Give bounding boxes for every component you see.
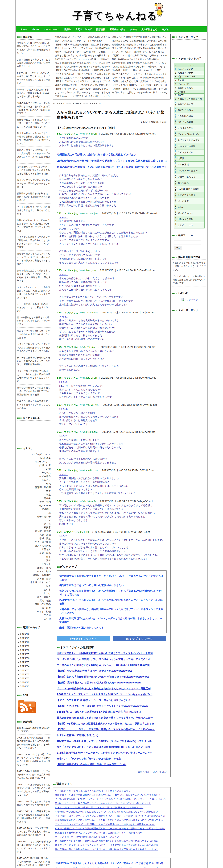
- blogroll-link[interactable]: ようつべで「転スラ」読んでるけど、くっそつまらんな...: [55, 91, 110, 94]
- category-link[interactable]: 非常識・モヤ・イラ: [17, 581, 51, 584]
- updated-article-link[interactable]: 2025-08-31:妻が日曜の夜から「右の腰が痛い、立てないほど腰が痛い」と言…: [17, 855, 51, 868]
- ranking-site-link[interactable]: ほんわか2ちゃんねる: [177, 131, 204, 137]
- archive-link[interactable]: 2025/02: [18, 672, 51, 676]
- bottom-article-link[interactable]: 昔親戚の勧めでお見合いしたんだけど当時私26、そいつ30代前半くらいでまあまあ収…: [55, 861, 168, 865]
- recent-article-link[interactable]: 大人しくただのリスナーであれば良かったのに、人柄に惹かれてフォローした配信者にシ…: [17, 284, 51, 301]
- recent-article-link[interactable]: 旦那がエアコンダメじゃダメじゃうるせー。電気代かかるからじゃねーよ: [17, 177, 51, 190]
- recommended-link[interactable]: 【グノーシア】第11話 感想 パッケージヒロインは伊達じゃない！: [57, 699, 166, 702]
- nav-item[interactable]: 用語集: [62, 27, 73, 32]
- category-link[interactable]: 感動・ほのぼの: [17, 602, 51, 606]
- blogroll-link[interactable]: 【画像】『3Dアイス』なる謎アイス、突如として若い女性の間: [55, 80, 110, 83]
- related-entry-link[interactable]: 今まで、歯医者というものと何故か相性が悪く何しに来たのと言われる、説教をされる、…: [55, 827, 168, 831]
- ranking-site-link[interactable]: 鬼嫁ちゃんねる: [177, 86, 204, 90]
- recommended-link[interactable]: aespa「紅白」出場への抗議署名が14万突破 麻生氏が苦言「NHKに言えよ」: [57, 710, 166, 714]
- blogroll-link[interactable]: 核保有発言にサンモニ出演者が激しい不快感を表明、他の出演: [112, 39, 167, 42]
- ranking-site-link[interactable]: ロミオメールまとめ: [177, 168, 204, 174]
- category-link[interactable]: セコケチ: [17, 562, 51, 566]
- category-link[interactable]: 父子・母子家庭: [17, 540, 51, 544]
- pickup-link[interactable]: 義兄嫁が村八分にあっていると嘆いた電話がさっききたわ: [59, 584, 164, 587]
- pickup-link[interactable]: 最近、旦那が色々小遣い稼ぎしてきてる: [59, 626, 164, 629]
- category-link[interactable]: 仕事: [17, 555, 51, 559]
- category-link[interactable]: 修羅場・衝撃体験: [17, 573, 51, 577]
- category-link[interactable]: 友人・人間関係: [17, 544, 51, 548]
- category-link[interactable]: 名前: [17, 467, 51, 471]
- category-link[interactable]: 妻・母: [17, 522, 51, 526]
- blogroll-link[interactable]: 【画像】昭和63年に描かれた漫画、現在の日本を予言していた: [55, 43, 110, 46]
- category-link[interactable]: 親: [17, 511, 51, 515]
- blogroll-link[interactable]: 韓国人「狂った日本のガソリン価格の近況をご覧ください・: [112, 46, 167, 50]
- updated-article-link[interactable]: 2025-10-25:弟嫁が訪ねてきてお金を貸してほしいと言われた。スマホ代がど…: [17, 781, 51, 798]
- blogroll-link[interactable]: 義兄の結婚式。時間を考慮して早めに出発したら、なぜか義兄: [112, 61, 167, 65]
- blogroll-link[interactable]: 韓国人「なぜ日本はアジアで圧倒的に大企業が多いのか？20: [112, 35, 167, 39]
- ranking-site-link[interactable]: ショボンあんてな: [177, 174, 204, 180]
- category-link[interactable]: 義兄嫁・義弟嫁: [17, 529, 51, 533]
- nav-item[interactable]: ホーム: [18, 27, 30, 32]
- related-entry-link[interactable]: 引っ越しのときって引っ越し業者さんにお茶（ペットボトルとか）出す？: [55, 789, 168, 793]
- related-entry-link[interactable]: 話している時、話し相手の地雷を踏み抜いてしまうことが多い: [55, 835, 168, 839]
- archive-link[interactable]: 2025/01: [18, 676, 51, 680]
- related-entry-link[interactable]: 子ども医療電話相談（#8000）ってかけたことってある？どうせ「病院行ってくださ…: [55, 797, 168, 801]
- recent-article-link[interactable]: iPhoneじゃなきゃ嫌だという中高生の子に無理矢理Androidを与える親って…: [17, 87, 51, 100]
- recommended-link[interactable]: 【画像】このJDグループと温泉旅行でエンカウントしたらwwwwwwwwwwww: [57, 704, 166, 708]
- category-link[interactable]: 幼児: [17, 482, 51, 486]
- blogroll-link[interactable]: 【悲報】 中川翔子さん、Switch2で一切遊ばなくなる: [55, 87, 110, 91]
- recommended-link[interactable]: 【画像】女さん「自称角梨和也似の40代おぢと初めて会った結果wwwwwwwww: [57, 675, 166, 679]
- recommended-link[interactable]: かすかべ防衛隊って有能だらけだよな: [57, 734, 166, 737]
- blogroll-link[interactable]: 【AIかも！?】 ばかでかパイパイwwwwwwwwwww: [112, 76, 167, 80]
- recommended-link[interactable]: 2002年「スクウェアとエニックスが合併！」当時のゲーマー「うわあぁぁぁ嘘だろ！: [57, 692, 166, 696]
- ranking-site-link[interactable]: ガハろぐNews: [177, 210, 204, 216]
- category-link[interactable]: 兄弟姉妹: [17, 507, 51, 511]
- ranking-site-link[interactable]: にゅーれす: [177, 83, 204, 86]
- recommended-link[interactable]: 夫「俺の言うこと聞けないなら離婚なw」私「...」→差し出された離婚届を本当に提: [57, 663, 166, 667]
- related-entry-link[interactable]: 親は子供を扶養する義務があるらしいですが、それは親が８０才で子供が５０才でも成立…: [55, 847, 168, 851]
- recent-article-link[interactable]: 職場で可愛いくてちょっと好きだった子がいたんだけど、会社のイベントで彼女だけ着物…: [17, 250, 51, 267]
- blogroll-link[interactable]: 金持ち「喫茶店のコーヒー（600円）おいしいね!!」: [55, 50, 110, 54]
- blogroll-link[interactable]: 義兄嫁が夕食の唐揚げ用に下味をつけてた鶏肉を黙って持って: [112, 43, 167, 46]
- ranking-site-link[interactable]: 2GET: [177, 94, 204, 97]
- recent-article-link[interactable]: 女子大で大学教授やってる叔父が「複数の女の子が告白してきたり抱きついてきたりする…: [17, 234, 51, 251]
- recent-article-link[interactable]: 高3で推薦組はもう解放されて浮かれててうらやましい、とつぶやく息子: [17, 314, 51, 328]
- recommended-link[interactable]: 【朗報】 ついに新米の大幅「値下げ」が発表されるwwwwwwww: [57, 669, 166, 673]
- recent-article-link[interactable]: カラオケで私が歌ってたら友人に『ああ』の部分がぶっちゃけ喘いでるみたいでキモいっ…: [17, 341, 51, 354]
- blogroll-link[interactable]: 【朗報】 ついに新米の大幅「値下げ」が発表されるwwww: [112, 54, 167, 57]
- recent-article-link[interactable]: 保護団体から黒猫を引き取った。既にうちにいる猫達との仲も良好な良い子: [17, 190, 51, 204]
- blogroll-link[interactable]: 赤坂とは別の個室サウナ店で閉じ込められた被害者、ドアは開: [55, 54, 110, 57]
- archive-link[interactable]: 2025/11: [18, 636, 51, 640]
- nav-item[interactable]: 育児板拾い読み: [107, 27, 128, 32]
- related-entry-link[interactable]: 近所の公園で近所の子に懐かれている。セミを取ってあげた時から変に頼られるようにな…: [55, 818, 168, 822]
- blogroll-link[interactable]: 【朗報】SONYが中国の工場を閉鎖。失業者30万人規模: [55, 68, 110, 72]
- category-link[interactable]: 保育園・幼稚園: [17, 486, 51, 489]
- nav-item[interactable]: 月間ランキング: [73, 27, 94, 32]
- nav-item[interactable]: about: [30, 27, 41, 32]
- inline-related-link[interactable]: 幼稚園女児の体毛が濃い。虐められたり傷つく前に対処してあげたい: [57, 153, 166, 157]
- category-link[interactable]: 大学・専門: [17, 500, 51, 504]
- recent-article-link[interactable]: 同期(女)が俺のエピソードを自分のエピソードだと思い込んでいたことが発端で会社が…: [17, 217, 51, 234]
- related-entry-link[interactable]: ディズニーランドでディズニー映画見たことなくても面白いかな？USJはあんまり面白…: [55, 823, 168, 827]
- recent-article-link[interactable]: ドラッグストアで働いているけど、ここ数年やたら店長が登録販売者の資格を取るように…: [17, 368, 51, 385]
- blogroll-link[interactable]: 森浦に大野豊が太鼓判「ふてぶてしさが抑えに向いてい: [55, 83, 110, 87]
- search-button[interactable]: 検索: [174, 246, 182, 250]
- recent-article-link[interactable]: 新卒で東京に上京して満員電車に乗るようになったけどおっさんVSおっさんの喧嘩を週…: [17, 267, 51, 284]
- recent-article-link[interactable]: 職場でマニュアルを読み込んでその通りに動こうと頑張っていたのにマニュアルが間違っ…: [17, 117, 51, 130]
- reply-anchor-link[interactable]: >>551: [59, 473, 68, 476]
- thread-source-link[interactable]: 【人生】誰かがあなたの悩みに答えます754【相談】: [57, 126, 116, 129]
- related-entry-link[interactable]: 酒がとまらないです。毎日日本酒とかチューハイとかのレベルだけど3缶ぐらい呑んでい…: [55, 801, 168, 806]
- category-link[interactable]: 高校生: [17, 496, 51, 500]
- recent-article-link[interactable]: ずっと昔の話。あの日、娘の様子がおかしいことに、私はすぐ気づいた: [17, 301, 51, 314]
- blogroll-link[interactable]: 西武、DeNAへのプロテクトリストを年内提出へ: [55, 39, 110, 42]
- archive-link[interactable]: 2025/12: [18, 632, 51, 636]
- blogroll-link[interactable]: 【朗報】 ついに新米の大幅「値下げ」が発表されるwwww: [55, 65, 110, 68]
- category-link[interactable]: 放置子・託児: [17, 566, 51, 569]
- category-link[interactable]: 成人・18〜: [17, 504, 51, 507]
- category-link[interactable]: ベビー用品: [17, 475, 51, 478]
- recommended-link[interactable]: 義兄嫁が夕食の唐揚げ用に下味をつけてた鶏肉を黙って持って帰った。今晩のメニュー: [57, 716, 166, 720]
- ranking-site-link[interactable]: Yahoo: [177, 204, 204, 210]
- home-link[interactable]: HOME: [73, 102, 82, 105]
- category-link[interactable]: 継子・連れ子: [17, 515, 51, 518]
- related-entry-link[interactable]: いま37になるんですが約20年前に家出しました。理由は親が宗教狂いだったからです: [55, 806, 168, 810]
- reply-anchor-link[interactable]: >>556: [59, 408, 68, 410]
- category-link[interactable]: ペット・動物: [17, 610, 51, 613]
- blogroll-link[interactable]: 【神経わからん】ぼけた姑の介護をしててげっそり痩せた。私: [112, 80, 167, 83]
- ranking-site-link[interactable]: 鬼女速: [177, 79, 204, 83]
- next-link[interactable]: NEXT >: [90, 102, 101, 105]
